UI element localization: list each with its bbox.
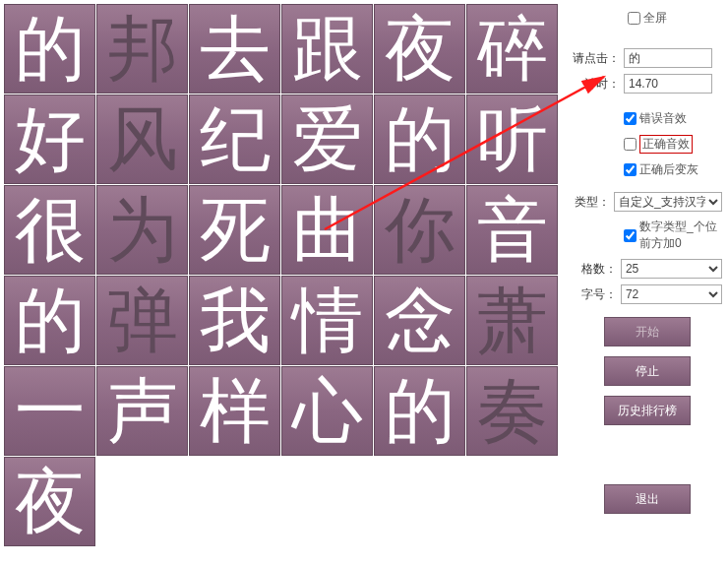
- char-cell[interactable]: 你: [374, 185, 465, 275]
- timer-label: 计时：: [573, 76, 620, 93]
- char-grid: 的邦去跟夜碎好风纪爱的听很为死曲你音的弹我情念萧一声样心的奏: [4, 4, 561, 456]
- gridcount-label: 格数：: [573, 261, 617, 278]
- fontsize-select[interactable]: 72: [621, 284, 722, 304]
- fontsize-label: 字号：: [573, 286, 617, 303]
- gridcount-select[interactable]: 25: [621, 259, 722, 279]
- char-cell[interactable]: 很: [4, 185, 95, 275]
- stop-button[interactable]: 停止: [604, 356, 691, 386]
- fullscreen-label: 全屏: [643, 10, 667, 27]
- sidebar: 全屏 请点击： 计时： 错误音效 正确音效 正确后变灰 类型： 自定义_支持汉字: [561, 0, 728, 566]
- char-cell[interactable]: 夜: [4, 457, 95, 546]
- char-grid-extra-row: 夜: [4, 457, 561, 546]
- prompt-label: 请点击：: [573, 50, 620, 67]
- char-cell[interactable]: 我: [189, 276, 280, 365]
- char-cell[interactable]: 情: [281, 276, 373, 365]
- char-cell[interactable]: 的: [4, 4, 95, 94]
- char-cell[interactable]: 纪: [189, 94, 280, 184]
- char-cell[interactable]: 一: [4, 366, 95, 456]
- char-cell[interactable]: 的: [374, 366, 465, 456]
- char-cell[interactable]: 夜: [374, 4, 465, 94]
- fullscreen-check[interactable]: 全屏: [573, 10, 722, 27]
- char-cell[interactable]: 好: [4, 94, 95, 184]
- char-cell[interactable]: 萧: [466, 276, 558, 365]
- char-cell[interactable]: 心: [281, 366, 373, 456]
- char-cell[interactable]: 听: [466, 94, 558, 184]
- greyout-label: 正确后变灰: [639, 161, 698, 178]
- type-label: 类型：: [573, 194, 610, 211]
- ok-sound-checkbox[interactable]: [624, 138, 637, 151]
- exit-button[interactable]: 退出: [604, 484, 691, 514]
- char-cell[interactable]: 碎: [466, 4, 558, 94]
- char-cell[interactable]: 死: [189, 185, 280, 275]
- char-cell[interactable]: 跟: [281, 4, 373, 94]
- greyout-check[interactable]: 正确后变灰: [624, 161, 722, 178]
- timer-input[interactable]: [624, 74, 712, 94]
- history-button[interactable]: 历史排行榜: [604, 396, 691, 425]
- char-cell[interactable]: 的: [4, 276, 95, 365]
- greyout-checkbox[interactable]: [624, 163, 637, 176]
- char-cell[interactable]: 弹: [96, 276, 188, 365]
- char-cell[interactable]: 样: [189, 366, 280, 456]
- fullscreen-checkbox[interactable]: [628, 12, 640, 25]
- error-sound-check[interactable]: 错误音效: [624, 110, 722, 127]
- grid-area: 的邦去跟夜碎好风纪爱的听很为死曲你音的弹我情念萧一声样心的奏 夜: [0, 0, 561, 566]
- char-cell[interactable]: 的: [374, 94, 465, 184]
- char-cell[interactable]: 风: [96, 94, 188, 184]
- char-cell[interactable]: 念: [374, 276, 465, 365]
- numpad-check[interactable]: 数字类型_个位前方加0: [624, 219, 722, 252]
- numpad-label: 数字类型_个位前方加0: [639, 219, 722, 252]
- char-cell[interactable]: 邦: [96, 4, 188, 94]
- char-cell[interactable]: 曲: [281, 185, 373, 275]
- error-sound-checkbox[interactable]: [624, 112, 637, 125]
- error-sound-label: 错误音效: [639, 110, 687, 127]
- start-button[interactable]: 开始: [604, 317, 691, 346]
- char-cell[interactable]: 音: [466, 185, 558, 275]
- type-select[interactable]: 自定义_支持汉字: [614, 192, 722, 212]
- char-cell[interactable]: 爱: [281, 94, 373, 184]
- numpad-checkbox[interactable]: [624, 229, 637, 242]
- char-cell[interactable]: 奏: [466, 366, 558, 456]
- char-cell[interactable]: 去: [189, 4, 280, 94]
- ok-sound-check[interactable]: 正确音效: [624, 135, 722, 154]
- char-cell[interactable]: 为: [96, 185, 188, 275]
- ok-sound-label: 正确音效: [639, 135, 693, 154]
- char-cell[interactable]: 声: [96, 366, 188, 456]
- prompt-input[interactable]: [624, 48, 712, 68]
